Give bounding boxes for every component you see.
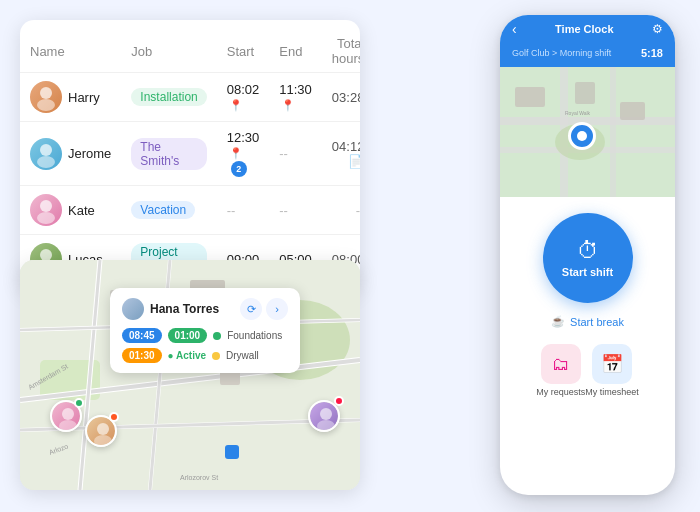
avatar [30, 194, 62, 226]
job-badge[interactable]: Vacation [131, 201, 195, 219]
svg-point-5 [37, 212, 55, 224]
svg-point-4 [40, 200, 52, 212]
breadcrumb-text: Golf Club > Morning shift [512, 48, 611, 58]
job-label: Drywall [226, 350, 259, 361]
location-marker [225, 445, 239, 459]
start-shift-button[interactable]: ⏱ Start shift [543, 213, 633, 303]
job-badge[interactable]: The Smith's [131, 138, 206, 170]
map-popup: Hana Torres ⟳ › 08:45 01:00 Foundations … [110, 288, 300, 373]
status-label: ● Active [168, 350, 206, 361]
map-panel: Amsterdam St Arlozorov St Arlozo Hana To… [20, 260, 360, 490]
svg-rect-41 [515, 87, 545, 107]
svg-text:Arlozorov St: Arlozorov St [180, 474, 218, 481]
expand-button[interactable]: › [266, 298, 288, 320]
table-row: Jerome The Smith's 12:30 📍 2 -- 04:12 📄 [20, 122, 360, 186]
start-break-label: Start break [570, 316, 624, 328]
start-time: 08:02 [227, 82, 260, 97]
row-name: Kate [68, 203, 95, 218]
popup-row: 01:30 ● Active Drywall [122, 348, 288, 363]
start-break-button[interactable]: ☕ Start break [551, 315, 624, 328]
time-chip: 08:45 [122, 328, 162, 343]
col-job: Job [121, 30, 216, 73]
row-name: Harry [68, 90, 100, 105]
start-time: 12:30 [227, 130, 260, 145]
phone-breadcrumb: Golf Club > Morning shift 5:18 [500, 43, 675, 67]
phone-map-area: Royal Walk [500, 67, 675, 197]
pin-icon: 📍 [229, 147, 243, 159]
row-name: Jerome [68, 146, 111, 161]
start-shift-label: Start shift [562, 266, 613, 278]
phone-status-bar: ‹ Time Clock ⚙ [500, 15, 675, 43]
pin-icon: 📍 [229, 99, 243, 111]
count-badge: 2 [231, 161, 247, 177]
job-badge[interactable]: Installation [131, 88, 206, 106]
svg-rect-40 [610, 67, 616, 197]
my-timesheet-icon: 📅 [592, 344, 632, 384]
svg-rect-42 [620, 102, 645, 120]
status-dot [213, 332, 221, 340]
my-requests-icon: 🗂 [541, 344, 581, 384]
svg-text:Royal Walk: Royal Walk [565, 110, 591, 116]
document-icon: 📄 [348, 154, 360, 169]
phone-title: Time Clock [555, 23, 614, 35]
col-total: Total hours [322, 30, 360, 73]
sync-button[interactable]: ⟳ [240, 298, 262, 320]
map-status-dot [334, 396, 344, 406]
col-name: Name [20, 30, 121, 73]
map-status-dot [74, 398, 84, 408]
nav-label-timesheet: My timesheet [585, 387, 639, 397]
popup-person-name: Hana Torres [122, 298, 219, 320]
col-start: Start [217, 30, 270, 73]
phone-frame: ‹ Time Clock ⚙ Golf Club > Morning shift… [500, 15, 675, 495]
svg-point-28 [62, 408, 74, 420]
svg-point-2 [40, 144, 52, 156]
table-row: Harry Installation 08:02 📍 11:30 📍 03:28 [20, 73, 360, 122]
svg-point-3 [37, 156, 55, 168]
col-end: End [269, 30, 322, 73]
status-dot [212, 352, 220, 360]
svg-point-30 [97, 423, 109, 435]
phone-content: ⏱ Start shift ☕ Start break 🗂 My request… [500, 197, 675, 407]
avatar [30, 81, 62, 113]
popup-row: 08:45 01:00 Foundations [122, 328, 288, 343]
end-time: 11:30 [279, 82, 312, 97]
total-hours: 04:12 [332, 139, 360, 154]
start-time: -- [227, 203, 236, 218]
table-row: Kate Vacation -- -- -- [20, 186, 360, 235]
settings-button[interactable]: ⚙ [652, 22, 663, 36]
duration-chip: 01:00 [168, 328, 208, 343]
nav-label-requests: My requests [536, 387, 585, 397]
svg-rect-43 [575, 82, 595, 104]
svg-point-1 [37, 99, 55, 111]
total-hours: 03:28 [322, 73, 360, 122]
location-pin [568, 122, 596, 150]
job-label: Foundations [227, 330, 282, 341]
map-status-dot [109, 412, 119, 422]
end-time: -- [279, 203, 288, 218]
avatar [30, 138, 62, 170]
nav-my-requests[interactable]: 🗂 My requests [536, 344, 585, 397]
time-chip: 01:30 [122, 348, 162, 363]
phone-panel: ‹ Time Clock ⚙ Golf Club > Morning shift… [500, 15, 675, 495]
popup-avatar [122, 298, 144, 320]
back-button[interactable]: ‹ [512, 21, 517, 37]
breadcrumb-time: 5:18 [641, 47, 663, 59]
break-icon: ☕ [551, 315, 565, 328]
table-panel: Name Job Start End Total hours Har [20, 20, 360, 293]
end-time: -- [279, 146, 288, 161]
total-hours: -- [356, 203, 360, 218]
timer-icon: ⏱ [577, 238, 599, 264]
phone-bottom-nav: 🗂 My requests 📅 My timesheet [526, 344, 649, 397]
pin-icon: 📍 [281, 99, 295, 111]
nav-my-timesheet[interactable]: 📅 My timesheet [585, 344, 639, 397]
svg-point-34 [320, 408, 332, 420]
svg-point-0 [40, 87, 52, 99]
